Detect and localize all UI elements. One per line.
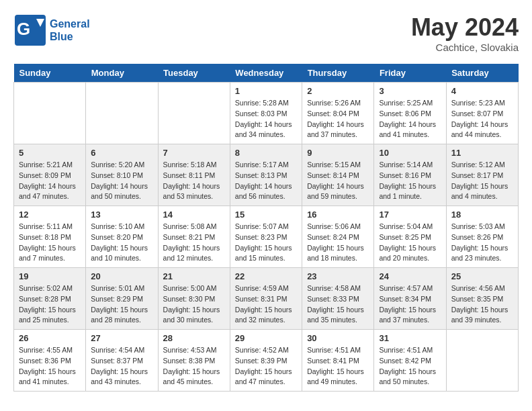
calendar-cell: 3Sunrise: 5:25 AM Sunset: 8:06 PM Daylig… xyxy=(374,83,446,144)
day-info: Sunrise: 4:56 AM Sunset: 8:35 PM Dayligh… xyxy=(451,283,513,326)
day-info: Sunrise: 5:23 AM Sunset: 8:07 PM Dayligh… xyxy=(451,98,513,140)
day-info: Sunrise: 4:52 AM Sunset: 8:39 PM Dayligh… xyxy=(235,345,297,387)
day-number: 19 xyxy=(19,271,81,281)
day-number: 4 xyxy=(451,86,513,96)
day-info: Sunrise: 5:11 AM Sunset: 8:18 PM Dayligh… xyxy=(19,222,81,264)
title-block: May 2024 Cachtice, Slovakia xyxy=(411,13,519,53)
day-number: 12 xyxy=(19,210,81,220)
day-info: Sunrise: 5:12 AM Sunset: 8:17 PM Dayligh… xyxy=(451,160,513,202)
calendar-cell: 20Sunrise: 5:01 AM Sunset: 8:29 PM Dayli… xyxy=(86,268,158,330)
day-info: Sunrise: 5:25 AM Sunset: 8:06 PM Dayligh… xyxy=(379,98,441,140)
calendar-cell: 15Sunrise: 5:07 AM Sunset: 8:23 PM Dayli… xyxy=(230,206,302,268)
day-info: Sunrise: 5:20 AM Sunset: 8:10 PM Dayligh… xyxy=(91,160,152,202)
day-number: 6 xyxy=(91,148,152,158)
calendar-week-5: 26Sunrise: 4:55 AM Sunset: 8:36 PM Dayli… xyxy=(14,330,519,392)
day-number: 9 xyxy=(307,148,369,158)
calendar-week-3: 12Sunrise: 5:11 AM Sunset: 8:18 PM Dayli… xyxy=(14,206,519,268)
calendar-cell: 11Sunrise: 5:12 AM Sunset: 8:17 PM Dayli… xyxy=(446,144,518,206)
day-number: 15 xyxy=(235,210,297,220)
day-number: 26 xyxy=(19,333,81,343)
day-number: 29 xyxy=(235,333,297,343)
day-info: Sunrise: 4:55 AM Sunset: 8:36 PM Dayligh… xyxy=(19,345,81,387)
calendar-cell: 2Sunrise: 5:26 AM Sunset: 8:04 PM Daylig… xyxy=(302,83,374,144)
location: Cachtice, Slovakia xyxy=(411,42,519,53)
day-info: Sunrise: 4:51 AM Sunset: 8:42 PM Dayligh… xyxy=(379,345,441,387)
day-number: 23 xyxy=(307,271,369,281)
column-header-sunday: Sunday xyxy=(14,64,86,83)
svg-text:G: G xyxy=(17,19,30,39)
day-info: Sunrise: 5:00 AM Sunset: 8:30 PM Dayligh… xyxy=(163,283,225,326)
day-number: 22 xyxy=(235,271,297,281)
header-row: SundayMondayTuesdayWednesdayThursdayFrid… xyxy=(14,64,519,83)
calendar-cell: 29Sunrise: 4:52 AM Sunset: 8:39 PM Dayli… xyxy=(230,330,302,392)
calendar-cell: 24Sunrise: 4:57 AM Sunset: 8:34 PM Dayli… xyxy=(374,268,446,330)
day-number: 24 xyxy=(379,271,441,281)
day-number: 25 xyxy=(451,271,513,281)
calendar-cell: 22Sunrise: 4:59 AM Sunset: 8:31 PM Dayli… xyxy=(230,268,302,330)
logo-svg: G xyxy=(13,13,47,47)
calendar-cell: 16Sunrise: 5:06 AM Sunset: 8:24 PM Dayli… xyxy=(302,206,374,268)
calendar-cell: 9Sunrise: 5:15 AM Sunset: 8:14 PM Daylig… xyxy=(302,144,374,206)
calendar-cell: 31Sunrise: 4:51 AM Sunset: 8:42 PM Dayli… xyxy=(374,330,446,392)
calendar-cell: 12Sunrise: 5:11 AM Sunset: 8:18 PM Dayli… xyxy=(14,206,86,268)
calendar-cell: 23Sunrise: 4:58 AM Sunset: 8:33 PM Dayli… xyxy=(302,268,374,330)
calendar-cell: 27Sunrise: 4:54 AM Sunset: 8:37 PM Dayli… xyxy=(86,330,158,392)
day-info: Sunrise: 5:02 AM Sunset: 8:28 PM Dayligh… xyxy=(19,283,81,326)
day-info: Sunrise: 5:18 AM Sunset: 8:11 PM Dayligh… xyxy=(163,160,225,202)
day-info: Sunrise: 5:14 AM Sunset: 8:16 PM Dayligh… xyxy=(379,160,441,202)
day-info: Sunrise: 4:51 AM Sunset: 8:41 PM Dayligh… xyxy=(307,345,369,387)
calendar-cell: 1Sunrise: 5:28 AM Sunset: 8:03 PM Daylig… xyxy=(230,83,302,144)
day-number: 27 xyxy=(91,333,152,343)
day-info: Sunrise: 5:28 AM Sunset: 8:03 PM Dayligh… xyxy=(235,98,297,140)
calendar-cell: 21Sunrise: 5:00 AM Sunset: 8:30 PM Dayli… xyxy=(158,268,230,330)
calendar-cell xyxy=(14,83,86,144)
day-number: 17 xyxy=(379,210,441,220)
day-number: 2 xyxy=(307,86,369,96)
calendar-week-4: 19Sunrise: 5:02 AM Sunset: 8:28 PM Dayli… xyxy=(14,268,519,330)
calendar-cell: 18Sunrise: 5:03 AM Sunset: 8:26 PM Dayli… xyxy=(446,206,518,268)
day-info: Sunrise: 4:53 AM Sunset: 8:38 PM Dayligh… xyxy=(163,345,225,387)
calendar-cell: 8Sunrise: 5:17 AM Sunset: 8:13 PM Daylig… xyxy=(230,144,302,206)
calendar-table: SundayMondayTuesdayWednesdayThursdayFrid… xyxy=(13,64,519,392)
calendar-cell: 7Sunrise: 5:18 AM Sunset: 8:11 PM Daylig… xyxy=(158,144,230,206)
day-number: 3 xyxy=(379,86,441,96)
day-number: 28 xyxy=(163,333,225,343)
column-header-monday: Monday xyxy=(86,64,158,83)
logo: G General Blue xyxy=(13,13,90,47)
day-info: Sunrise: 5:15 AM Sunset: 8:14 PM Dayligh… xyxy=(307,160,369,202)
column-header-thursday: Thursday xyxy=(302,64,374,83)
calendar-cell xyxy=(86,83,158,144)
day-number: 20 xyxy=(91,271,152,281)
day-info: Sunrise: 5:04 AM Sunset: 8:25 PM Dayligh… xyxy=(379,222,441,264)
day-info: Sunrise: 5:08 AM Sunset: 8:21 PM Dayligh… xyxy=(163,222,225,264)
day-number: 31 xyxy=(379,333,441,343)
day-info: Sunrise: 4:54 AM Sunset: 8:37 PM Dayligh… xyxy=(91,345,152,387)
calendar-week-1: 1Sunrise: 5:28 AM Sunset: 8:03 PM Daylig… xyxy=(14,83,519,144)
day-info: Sunrise: 4:57 AM Sunset: 8:34 PM Dayligh… xyxy=(379,283,441,326)
calendar-cell: 28Sunrise: 4:53 AM Sunset: 8:38 PM Dayli… xyxy=(158,330,230,392)
calendar-cell: 5Sunrise: 5:21 AM Sunset: 8:09 PM Daylig… xyxy=(14,144,86,206)
day-info: Sunrise: 5:17 AM Sunset: 8:13 PM Dayligh… xyxy=(235,160,297,202)
calendar-cell xyxy=(158,83,230,144)
day-number: 1 xyxy=(235,86,297,96)
calendar-cell: 4Sunrise: 5:23 AM Sunset: 8:07 PM Daylig… xyxy=(446,83,518,144)
day-number: 11 xyxy=(451,148,513,158)
calendar-week-2: 5Sunrise: 5:21 AM Sunset: 8:09 PM Daylig… xyxy=(14,144,519,206)
day-info: Sunrise: 5:21 AM Sunset: 8:09 PM Dayligh… xyxy=(19,160,81,202)
day-number: 7 xyxy=(163,148,225,158)
day-number: 13 xyxy=(91,210,152,220)
column-header-wednesday: Wednesday xyxy=(230,64,302,83)
calendar-cell: 19Sunrise: 5:02 AM Sunset: 8:28 PM Dayli… xyxy=(14,268,86,330)
calendar-cell: 13Sunrise: 5:10 AM Sunset: 8:20 PM Dayli… xyxy=(86,206,158,268)
column-header-saturday: Saturday xyxy=(446,64,518,83)
month-title: May 2024 xyxy=(411,13,519,42)
calendar-cell: 30Sunrise: 4:51 AM Sunset: 8:41 PM Dayli… xyxy=(302,330,374,392)
day-info: Sunrise: 5:03 AM Sunset: 8:26 PM Dayligh… xyxy=(451,222,513,264)
calendar-cell: 10Sunrise: 5:14 AM Sunset: 8:16 PM Dayli… xyxy=(374,144,446,206)
day-info: Sunrise: 5:10 AM Sunset: 8:20 PM Dayligh… xyxy=(91,222,152,264)
day-number: 8 xyxy=(235,148,297,158)
day-number: 16 xyxy=(307,210,369,220)
page-header: G General Blue May 2024 Cachtice, Slovak… xyxy=(13,13,519,53)
day-info: Sunrise: 5:06 AM Sunset: 8:24 PM Dayligh… xyxy=(307,222,369,264)
day-number: 10 xyxy=(379,148,441,158)
